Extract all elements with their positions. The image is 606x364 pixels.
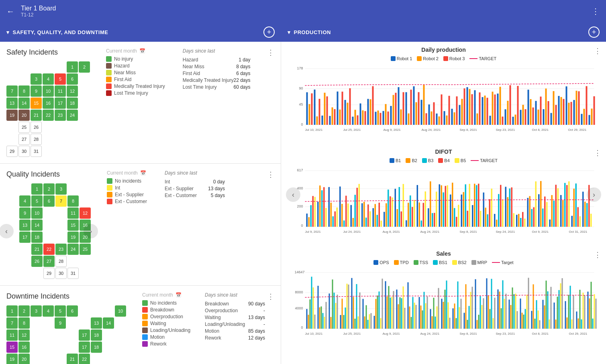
safety-more-icon[interactable]: ⋮: [267, 48, 274, 57]
svg-rect-112: [571, 102, 572, 125]
cal-day-30[interactable]: 30: [18, 146, 30, 157]
more-menu-icon[interactable]: ⋮: [592, 6, 600, 16]
svg-rect-398: [520, 299, 521, 329]
cal-day-1[interactable]: 1: [67, 61, 78, 73]
sales-more-icon[interactable]: ⋮: [594, 250, 601, 259]
svg-rect-349: [427, 297, 428, 329]
production-chevron-icon[interactable]: ▾: [288, 29, 291, 35]
svg-rect-92: [520, 110, 522, 125]
svg-rect-348: [425, 303, 426, 329]
cal-day-28[interactable]: 28: [31, 134, 42, 145]
svg-text:Sep 8, 2021: Sep 8, 2021: [460, 128, 477, 132]
quality-calendar-icon[interactable]: 📅: [140, 170, 146, 176]
cal-day-19[interactable]: 19: [6, 110, 18, 121]
cal-day-18[interactable]: 18: [67, 98, 78, 109]
difot-next-button[interactable]: ›: [587, 187, 601, 202]
svg-rect-46: [403, 92, 404, 125]
cal-day-21[interactable]: 21: [31, 110, 42, 121]
cal-day-26[interactable]: 26: [31, 122, 42, 133]
svg-rect-410: [543, 300, 544, 329]
svg-rect-177: [392, 197, 393, 227]
cal-day-6[interactable]: 6: [67, 73, 78, 85]
svg-rect-101: [543, 109, 545, 125]
svg-rect-59: [436, 114, 438, 125]
back-button[interactable]: ←: [6, 7, 14, 16]
svg-rect-417: [555, 319, 557, 329]
downtime-calendar-icon[interactable]: 📅: [175, 292, 182, 298]
svg-rect-49: [410, 89, 412, 125]
right-panel: ⋮ Daily production Robot 1 Robot 2 Robot…: [281, 42, 606, 364]
cal-day-22[interactable]: 22: [43, 110, 54, 121]
quality-more-icon[interactable]: ⋮: [267, 170, 274, 179]
svg-rect-432: [583, 293, 584, 329]
cal-day-25[interactable]: 25: [18, 122, 30, 133]
difot-more-icon[interactable]: ⋮: [594, 148, 601, 157]
svg-rect-75: [477, 114, 478, 125]
cal-day-29[interactable]: 29: [6, 146, 18, 157]
cal-day-14[interactable]: 14: [18, 98, 30, 109]
sqd-chevron-icon[interactable]: ▾: [6, 29, 10, 35]
svg-rect-333: [398, 304, 399, 329]
cal-day-4[interactable]: 4: [43, 73, 54, 85]
cal-day-27[interactable]: 27: [18, 134, 30, 145]
difot-prev-button[interactable]: ‹: [286, 187, 300, 202]
svg-rect-259: [573, 189, 575, 227]
svg-rect-260: [575, 183, 577, 227]
cal-day-3[interactable]: 3: [31, 73, 42, 85]
cal-day-11[interactable]: 11: [55, 85, 66, 97]
svg-rect-55: [426, 113, 427, 125]
cal-day-31[interactable]: 31: [31, 146, 42, 157]
svg-rect-346: [422, 310, 423, 329]
downtime-more-icon[interactable]: ⋮: [267, 292, 274, 301]
svg-rect-212: [469, 184, 471, 227]
svg-rect-267: [590, 214, 592, 227]
cal-day-8[interactable]: 8: [18, 85, 30, 97]
svg-text:Sep 23, 2021: Sep 23, 2021: [496, 128, 515, 132]
cal-day-5[interactable]: 5: [55, 73, 66, 85]
sqd-add-button[interactable]: +: [263, 26, 275, 38]
svg-rect-42: [393, 95, 394, 125]
quality-cal-next[interactable]: ›: [84, 224, 98, 238]
svg-rect-306: [347, 284, 348, 329]
svg-rect-251: [555, 185, 557, 227]
cal-day-13[interactable]: 13: [6, 98, 18, 109]
quality-cal-prev[interactable]: ‹: [0, 224, 14, 238]
svg-rect-391: [506, 294, 507, 329]
svg-text:Aug 9, 2021: Aug 9, 2021: [384, 128, 401, 132]
svg-rect-438: [594, 294, 595, 329]
safety-calendar-icon[interactable]: 📅: [139, 48, 145, 54]
svg-rect-328: [388, 286, 390, 329]
svg-rect-307: [348, 285, 349, 329]
svg-rect-255: [564, 183, 566, 227]
svg-rect-17: [329, 116, 331, 125]
svg-rect-380: [486, 278, 488, 329]
svg-rect-201: [445, 186, 447, 227]
sales-legend: OPS TPD TSS BS1 BS2 MRP Target: [286, 260, 601, 265]
svg-rect-190: [421, 220, 422, 227]
cal-day-15[interactable]: 15: [31, 98, 42, 109]
daily-production-more-icon[interactable]: ⋮: [594, 47, 601, 55]
cal-day-10[interactable]: 10: [43, 85, 54, 97]
cal-day-12[interactable]: 12: [67, 85, 78, 97]
svg-rect-371: [469, 306, 470, 329]
svg-rect-48: [408, 114, 410, 125]
cal-day-24[interactable]: 24: [67, 110, 78, 121]
svg-rect-405: [533, 284, 534, 329]
production-add-button[interactable]: +: [588, 26, 600, 38]
svg-rect-143: [317, 202, 319, 227]
svg-rect-343: [416, 305, 417, 329]
cal-day-7[interactable]: 7: [6, 85, 18, 97]
cal-day-16[interactable]: 16: [43, 98, 54, 109]
cal-day-23[interactable]: 23: [55, 110, 66, 121]
cal-day-9[interactable]: 9: [31, 85, 42, 97]
cal-day-20[interactable]: 20: [18, 110, 30, 121]
svg-rect-97: [533, 108, 534, 125]
svg-rect-148: [329, 187, 330, 227]
svg-rect-120: [591, 109, 593, 125]
cal-day-2[interactable]: 2: [79, 61, 90, 73]
svg-rect-332: [396, 289, 398, 329]
cal-day-17[interactable]: 17: [55, 98, 66, 109]
svg-rect-361: [449, 318, 451, 329]
svg-rect-210: [465, 184, 467, 227]
svg-rect-245: [542, 209, 544, 227]
